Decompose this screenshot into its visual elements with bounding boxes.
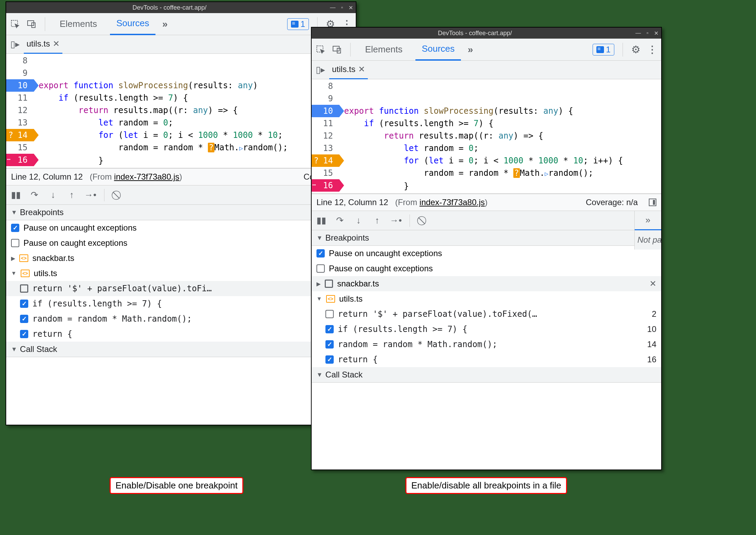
checkbox-caught[interactable]	[11, 239, 19, 247]
inspect-element-icon[interactable]	[316, 45, 325, 54]
window-controls: — ▫ ✕	[635, 30, 658, 37]
more-tabs-icon[interactable]: »	[162, 19, 168, 30]
checkbox-uncaught[interactable]	[11, 224, 19, 232]
checkbox-breakpoint[interactable]	[325, 340, 334, 349]
checkbox-breakpoint[interactable]	[20, 330, 28, 338]
checkbox-uncaught[interactable]	[316, 249, 325, 258]
callstack-label: Call Stack	[325, 370, 363, 380]
checkbox-breakpoint[interactable]	[325, 355, 334, 364]
checkbox-breakpoint[interactable]	[20, 284, 28, 293]
expand-icon: ▶	[316, 281, 321, 287]
close-icon[interactable]: ✕	[349, 4, 353, 11]
file-tab-label: utils.ts	[332, 64, 355, 74]
code-editor[interactable]: 8 9 10 11 12 13 14 15 16 export function…	[6, 54, 356, 168]
deactivate-breakpoints-icon[interactable]: ⃠	[419, 216, 429, 225]
file-tab-utils[interactable]: utils.ts ✕	[329, 61, 368, 79]
bp-file-snackbar[interactable]: ▶ snackbar.ts ✕	[312, 276, 661, 291]
file-tab-utils[interactable]: utils.ts ✕	[24, 35, 62, 54]
line-gutter[interactable]: 8 9 10 11 12 13 14 15 16	[6, 54, 34, 168]
checkbox-breakpoint[interactable]	[20, 300, 28, 308]
bp-item-row[interactable]: return { 16	[312, 352, 661, 367]
step-icon[interactable]: →•	[391, 216, 401, 225]
bp-item-row[interactable]: return { 16	[6, 326, 356, 342]
bp-item-row[interactable]: random = random * Math.random(); 14	[6, 311, 356, 326]
more-tabs-icon[interactable]: »	[468, 44, 473, 55]
bp-file-utils[interactable]: ▼ <> utils.ts	[6, 266, 356, 281]
pause-icon[interactable]: ▮▮	[11, 190, 21, 200]
bp-line-number: 10	[644, 324, 656, 334]
pause-caught-row[interactable]: Pause on caught exceptions	[6, 235, 356, 251]
caption-right: Enable/disable all breakpoints in a file	[405, 477, 567, 494]
line-gutter[interactable]: 8 9 10 11 12 13 14 15 16	[312, 79, 339, 193]
debugger-toolbar: ▮▮ ↷ ↓ ↑ →• ⃠	[312, 211, 661, 230]
tab-sources[interactable]: Sources	[110, 13, 155, 35]
step-out-icon[interactable]: ↑	[67, 190, 77, 200]
inspect-element-icon[interactable]	[10, 19, 20, 29]
pause-icon[interactable]: ▮▮	[316, 216, 326, 225]
kebab-menu-icon[interactable]: ⋮	[647, 44, 657, 55]
step-over-icon[interactable]: ↷	[335, 216, 345, 225]
breakpoints-section-header[interactable]: ▼ Breakpoints	[6, 205, 356, 220]
callstack-section-header[interactable]: ▼ Call Stack	[312, 367, 661, 383]
bp-code-text: if (results.length >= 7) {	[338, 324, 639, 334]
collapse-icon: ▼	[11, 209, 17, 216]
code-editor[interactable]: 8 9 10 11 12 13 14 15 16 export function…	[312, 79, 661, 194]
code-content[interactable]: export function slowProcessing(results: …	[339, 79, 661, 193]
checkbox-breakpoint[interactable]	[325, 310, 334, 318]
file-type-icon: <>	[21, 270, 30, 277]
bp-code-text: return '$' + parseFloat(value).toFixed(…	[338, 309, 644, 319]
maximize-icon[interactable]: ▫	[341, 4, 343, 11]
show-navigator-icon[interactable]: ▯▸	[316, 64, 325, 75]
bp-item-row[interactable]: random = random * Math.random(); 14	[312, 337, 661, 352]
bp-item-row[interactable]: return '$' + parseFloat(value).toFi… ✎ ✕…	[6, 281, 356, 296]
bp-file-snackbar[interactable]: ▶ <> snackbar.ts	[6, 251, 356, 266]
issues-badge[interactable]: 1	[287, 18, 309, 30]
show-navigator-icon[interactable]: ▯▸	[10, 39, 20, 50]
code-content[interactable]: export function slowProcessing(results: …	[34, 54, 356, 168]
step-out-icon[interactable]: ↑	[372, 216, 382, 225]
callstack-label: Call Stack	[20, 344, 57, 354]
bp-file-utils[interactable]: ▼ <> utils.ts	[312, 291, 661, 306]
breakpoints-section-header[interactable]: ▼ Breakpoints	[312, 230, 661, 246]
close-tab-icon[interactable]: ✕	[53, 39, 60, 49]
sourcemap-link[interactable]: index-73f73a80.js	[114, 172, 179, 181]
checkbox-breakpoint[interactable]	[325, 325, 334, 333]
pause-uncaught-row[interactable]: Pause on uncaught exceptions	[6, 220, 356, 235]
minimize-icon[interactable]: —	[330, 4, 335, 11]
pause-uncaught-row[interactable]: Pause on uncaught exceptions	[312, 246, 661, 261]
deactivate-breakpoints-icon[interactable]: ⃠	[113, 190, 123, 200]
sourcemap-link[interactable]: index-73f73a80.js	[420, 198, 485, 207]
step-over-icon[interactable]: ↷	[30, 190, 39, 200]
checkbox-breakpoint[interactable]	[20, 315, 28, 323]
close-icon[interactable]: ✕	[654, 30, 658, 37]
step-into-icon[interactable]: ↓	[48, 190, 58, 200]
minimize-icon[interactable]: —	[635, 30, 641, 37]
close-tab-icon[interactable]: ✕	[358, 64, 365, 74]
step-icon[interactable]: →•	[85, 190, 95, 200]
callstack-section-header[interactable]: ▼ Call Stack	[6, 342, 356, 357]
step-into-icon[interactable]: ↓	[354, 216, 363, 225]
maximize-icon[interactable]: ▫	[646, 30, 648, 37]
tab-elements[interactable]: Elements	[53, 13, 103, 35]
collapse-icon: ▼	[11, 270, 17, 276]
remove-file-icon[interactable]: ✕	[649, 279, 656, 289]
more-panels-icon[interactable]: »	[635, 211, 661, 230]
bp-item-row[interactable]: if (results.length >= 7) { 10	[312, 322, 661, 337]
expand-icon[interactable]	[649, 199, 656, 206]
file-tab-label: utils.ts	[27, 39, 50, 49]
issues-icon	[291, 21, 299, 28]
collapse-icon: ▼	[316, 296, 322, 302]
main-toolbar: Elements Sources » 1 ⚙ ⋮	[312, 39, 661, 61]
pause-caught-row[interactable]: Pause on caught exceptions	[312, 261, 661, 276]
tab-sources[interactable]: Sources	[415, 39, 461, 61]
tab-elements[interactable]: Elements	[359, 39, 409, 61]
issues-badge[interactable]: 1	[593, 44, 614, 55]
settings-gear-icon[interactable]: ⚙	[631, 43, 641, 55]
checkbox-caught[interactable]	[316, 264, 325, 273]
breakpoints-panel: Pause on uncaught exceptions Pause on ca…	[6, 220, 356, 342]
bp-item-row[interactable]: if (results.length >= 7) { 10	[6, 296, 356, 311]
bp-item-row[interactable]: return '$' + parseFloat(value).toFixed(……	[312, 306, 661, 322]
device-toolbar-icon[interactable]	[27, 19, 37, 29]
device-toolbar-icon[interactable]	[332, 45, 342, 54]
checkbox-file-all[interactable]	[325, 280, 333, 288]
